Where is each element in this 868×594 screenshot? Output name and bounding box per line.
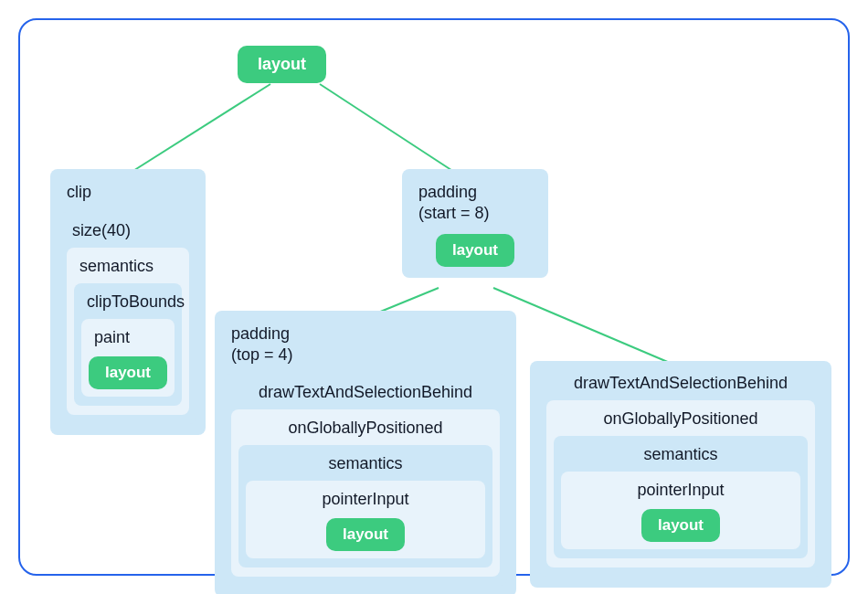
- drawtext-label-2: drawTextAndSelectionBehind: [545, 368, 817, 398]
- layout-pill: layout: [238, 46, 326, 83]
- padding-start-heading: padding (start = 8): [409, 176, 541, 230]
- semantics-label-3: semantics: [559, 440, 802, 470]
- padding-top-heading: padding (top = 4): [222, 318, 509, 372]
- drawtext-nest-2: drawTextAndSelectionBehind onGloballyPos…: [539, 365, 822, 577]
- pointerinput-nest-2: pointerInput layout: [561, 472, 800, 549]
- ongloballypositioned-nest-2: onGloballyPositioned semantics pointerIn…: [546, 400, 815, 567]
- pointerinput-label: pointerInput: [251, 484, 480, 514]
- clip-box: clip size(40) semantics clipToBounds pai…: [50, 169, 206, 435]
- layout-pill: layout: [89, 356, 167, 389]
- semantics-label: semantics: [72, 251, 184, 281]
- layout-pill: layout: [326, 518, 405, 551]
- paint-label: paint: [87, 323, 169, 353]
- semantics-nest-2: semantics pointerInput layout: [238, 445, 492, 567]
- drawtext-box: drawTextAndSelectionBehind onGloballyPos…: [530, 361, 831, 588]
- cliptobounds-nest: clipToBounds paint layout: [74, 283, 182, 406]
- pointerinput-label-2: pointerInput: [566, 475, 795, 505]
- layout-pill: layout: [436, 234, 514, 267]
- paint-nest: paint layout: [81, 319, 175, 397]
- semantics-nest-3: semantics pointerInput layout: [554, 436, 808, 558]
- ongloballypositioned-nest: onGloballyPositioned semantics pointerIn…: [231, 409, 500, 577]
- padding-top-box: padding (top = 4) drawTextAndSelectionBe…: [215, 311, 516, 594]
- ongloballypositioned-label-2: onGloballyPositioned: [552, 404, 810, 434]
- pointerinput-nest: pointerInput layout: [246, 481, 485, 558]
- semantics-label-2: semantics: [244, 449, 487, 479]
- drawtext-nest: drawTextAndSelectionBehind onGloballyPos…: [224, 374, 507, 586]
- clip-heading: clip: [58, 176, 198, 210]
- cliptobounds-label: clipToBounds: [79, 287, 176, 317]
- drawtext-label: drawTextAndSelectionBehind: [229, 377, 502, 408]
- size-nest: size(40) semantics clipToBounds paint la…: [59, 212, 196, 424]
- padding-start-box: padding (start = 8) layout: [402, 169, 548, 278]
- layout-pill: layout: [641, 509, 720, 542]
- size-label: size(40): [65, 216, 191, 246]
- root-layout-node: layout: [238, 46, 326, 83]
- semantics-nest: semantics clipToBounds paint layout: [67, 248, 189, 415]
- ongloballypositioned-label: onGloballyPositioned: [237, 413, 494, 443]
